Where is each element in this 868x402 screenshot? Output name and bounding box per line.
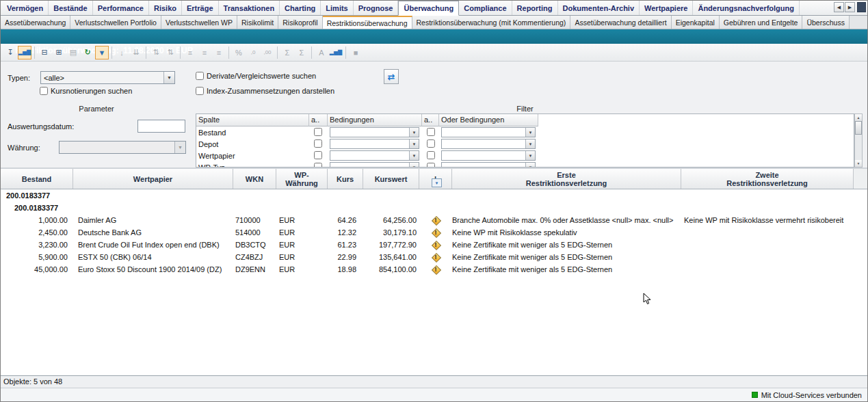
view-tab[interactable]: Gebühren und Entgelte <box>720 16 803 29</box>
or-condition-checkbox[interactable] <box>427 139 435 148</box>
and-condition-checkbox[interactable] <box>314 139 322 148</box>
sum-icon[interactable]: Σ <box>295 46 308 59</box>
align-right-icon[interactable]: ≡ <box>212 46 226 59</box>
collapse-all-icon[interactable]: ⊟ <box>38 46 51 59</box>
kurs-cell: 64.26 <box>328 214 363 226</box>
view-tab[interactable]: Verlustschwellen WP <box>161 16 237 29</box>
view-tab[interactable]: Überschuss <box>802 16 849 29</box>
menu-item[interactable]: Reporting <box>512 1 558 15</box>
column-header-wertpapier[interactable]: Wertpapier <box>73 169 233 189</box>
menu-item[interactable]: Dokumenten-Archiv <box>558 1 640 15</box>
menu-item[interactable]: Risiko <box>149 1 182 15</box>
scroll-down-icon[interactable]: ▼ <box>855 160 862 167</box>
view-tab[interactable]: Verlustschwellen Portfolio <box>70 16 161 29</box>
refresh-icon[interactable]: ↻ <box>81 46 94 59</box>
menu-item[interactable]: Limits <box>321 1 353 15</box>
menu-item[interactable]: Charting <box>280 1 321 15</box>
export-icon[interactable]: ↧ <box>3 46 17 59</box>
table-row[interactable]: 5,900.00 ESTX 50 (CBK) 06/14 CZ4BZJ EUR … <box>1 251 867 263</box>
view-tab[interactable]: Assetüberwachung detailliert <box>570 16 671 29</box>
table-row[interactable]: 1,000.00 Daimler AG 710000 EUR 64.26 64,… <box>1 214 867 226</box>
stop-icon[interactable]: ■ <box>349 46 363 59</box>
menu-item[interactable]: Erträge <box>182 1 219 15</box>
group-row[interactable]: 200.0183377 <box>1 202 867 214</box>
oder-bedingungen-dropdown[interactable]: ▼ <box>441 139 536 149</box>
menu-item[interactable]: Überwachung <box>398 1 459 16</box>
menu-item[interactable]: Performance <box>93 1 149 15</box>
filter-scrollbar[interactable]: ▲ ▼ <box>854 113 863 168</box>
or-condition-checkbox[interactable] <box>427 163 435 168</box>
chart-wizard-icon[interactable]: ▂▅▇ <box>18 46 31 59</box>
auswertungsdatum-input[interactable] <box>137 120 185 133</box>
tab-overflow-button[interactable] <box>857 2 866 12</box>
align-left-icon[interactable]: ≡ <box>183 46 197 59</box>
view-tab[interactable]: Eigenkapital <box>672 16 720 29</box>
bedingungen-dropdown[interactable]: ▼ <box>330 127 419 137</box>
derivate-checkbox-row[interactable]: Derivate/Vergleichswerte suchen <box>196 72 316 80</box>
bar-chart-icon[interactable]: ▂▅▇ <box>329 46 343 59</box>
menu-item[interactable]: Vermögen <box>2 1 49 15</box>
search-refresh-button[interactable]: ⇄ <box>384 69 399 84</box>
oder-bedingungen-dropdown[interactable]: ▼ <box>441 127 536 137</box>
bedingungen-dropdown[interactable]: ▼ <box>330 139 419 149</box>
view-tab[interactable]: Risikolimit <box>237 16 278 29</box>
kursnotierungen-checkbox[interactable] <box>40 87 48 95</box>
sort-descending-icon[interactable]: ⇅ <box>163 46 177 59</box>
menu-item[interactable]: Wertpapiere <box>640 1 693 15</box>
or-condition-checkbox[interactable] <box>427 128 435 136</box>
and-condition-checkbox[interactable] <box>314 128 322 136</box>
column-header-wkn[interactable]: WKN <box>233 169 276 189</box>
chevron-down-icon[interactable]: ▼ <box>163 72 174 83</box>
view-tab[interactable]: Risikoprofil <box>278 16 322 29</box>
view-tab[interactable]: Restriktionsüberwachung (mit Kommentieru… <box>412 16 571 29</box>
column-header-bestand[interactable]: Bestand <box>1 169 73 189</box>
remove-decimal-icon[interactable]: ,00 <box>261 46 274 59</box>
menu-item[interactable]: Bestände <box>49 1 93 15</box>
or-condition-checkbox[interactable] <box>427 151 435 159</box>
insert-row-icon[interactable]: ↓ <box>115 46 129 59</box>
tab-scroll-right-icon[interactable]: ▶ <box>845 2 855 12</box>
warning-column-filter-button[interactable]: ▼ <box>432 178 442 187</box>
toolbar-icon-glyph: A <box>319 49 324 57</box>
align-center-icon[interactable]: ≡ <box>198 46 211 59</box>
group-row[interactable]: 200.0183377 <box>1 189 867 202</box>
column-header-kurs[interactable]: Kurs <box>328 169 363 189</box>
restriction-warning-icon: ! <box>431 265 440 274</box>
menu-item[interactable]: Compliance <box>459 1 512 15</box>
and-condition-checkbox[interactable] <box>314 151 322 159</box>
menu-item[interactable]: Änderungsnachverfolgung <box>693 1 800 15</box>
menu-item[interactable]: Prognose <box>354 1 399 15</box>
column-header-kurswert[interactable]: Kurswert <box>363 169 419 189</box>
menu-item[interactable]: Transaktionen <box>219 1 280 15</box>
table-row[interactable]: 3,230.00 Brent Crude Oil Fut Index open … <box>1 239 867 251</box>
column-header-wp-waehrung[interactable]: WP- Währung <box>276 169 328 189</box>
expand-all-icon[interactable]: ⊞ <box>52 46 66 59</box>
tab-scroll-left-icon[interactable]: ◀ <box>834 2 844 12</box>
add-decimal-icon[interactable]: ,0 <box>246 46 260 59</box>
sort-ascending-icon[interactable]: ⇅ <box>149 46 163 59</box>
bedingungen-dropdown[interactable]: ▼ <box>330 150 419 161</box>
percent-format-icon[interactable]: % <box>232 46 246 59</box>
subtotal-icon[interactable]: Σ <box>280 46 294 59</box>
add-row-icon[interactable]: ⇊ <box>129 46 143 59</box>
scroll-up-icon[interactable]: ▲ <box>855 114 862 121</box>
column-header-erste-restriktionsverletzung[interactable]: Erste Restriktionsverletzung <box>452 169 681 189</box>
oder-bedingungen-dropdown[interactable]: ▼ <box>441 150 536 161</box>
view-tab[interactable]: Restriktionsüberwachung <box>323 16 412 29</box>
table-row[interactable]: 45,000.00 Euro Stoxx 50 Discount 1900 20… <box>1 263 867 276</box>
font-icon[interactable]: A <box>315 46 328 59</box>
index-checkbox[interactable] <box>196 87 204 95</box>
oder-bedingungen-dropdown[interactable]: ▼ <box>441 162 536 168</box>
scrollbar-thumb[interactable] <box>855 121 862 135</box>
calendar-icon[interactable]: ▤ <box>66 46 80 59</box>
typen-dropdown[interactable]: <alle> ▼ <box>40 71 175 84</box>
kursnotierungen-checkbox-row[interactable]: Kursnotierungen suchen <box>40 87 132 95</box>
bedingungen-dropdown[interactable]: ▼ <box>330 162 419 168</box>
and-condition-checkbox[interactable] <box>314 163 322 168</box>
derivate-checkbox[interactable] <box>196 72 204 80</box>
table-row[interactable]: 2,450.00 Deutsche Bank AG 514000 EUR 12.… <box>1 226 867 239</box>
filter-icon[interactable]: ▼ <box>95 46 109 59</box>
view-tab[interactable]: Assetüberwachung <box>1 16 70 29</box>
index-checkbox-row[interactable]: Index-Zusammensetzungen darstellen <box>196 87 334 95</box>
column-header-zweite-restriktionsverletzung[interactable]: Zweite Restriktionsverletzung <box>681 169 854 189</box>
